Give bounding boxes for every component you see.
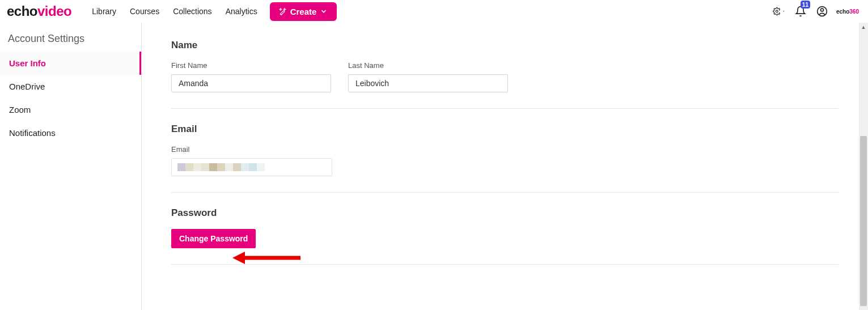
main-content: Name First Name Last Name Email Email	[142, 23, 868, 310]
svg-point-2	[820, 9, 823, 11]
email-label: Email	[171, 145, 839, 154]
sidebar-item-user-info[interactable]: User Info	[0, 52, 141, 75]
nav-collections[interactable]: Collections	[173, 7, 211, 16]
arrow-annotation-icon	[232, 249, 300, 266]
sidebar-item-zoom[interactable]: Zoom	[0, 98, 141, 121]
create-label: Create	[290, 7, 317, 16]
magic-wand-icon	[279, 7, 287, 15]
brand-logo[interactable]: echovideo	[7, 3, 71, 19]
divider	[171, 192, 839, 193]
password-heading: Password	[171, 207, 839, 219]
account-button[interactable]	[816, 5, 828, 18]
change-password-button[interactable]: Change Password	[171, 229, 256, 248]
brand-mini[interactable]: echo360	[836, 9, 859, 15]
user-circle-icon	[816, 6, 828, 17]
sidebar-item-onedrive[interactable]: OneDrive	[0, 75, 141, 98]
email-heading: Email	[171, 124, 839, 135]
scroll-up-icon[interactable]: ▲	[859, 23, 868, 32]
notifications-button[interactable]: 11	[794, 5, 807, 18]
chevron-down-icon	[320, 7, 328, 15]
first-name-input[interactable]	[171, 74, 331, 92]
nav-library[interactable]: Library	[92, 7, 116, 16]
gear-icon	[773, 6, 781, 16]
first-name-label: First Name	[171, 61, 331, 70]
name-heading: Name	[171, 40, 839, 51]
divider	[171, 108, 839, 109]
notification-badge: 11	[801, 1, 810, 9]
last-name-label: Last Name	[348, 61, 508, 70]
caret-down-icon	[782, 9, 785, 14]
last-name-input[interactable]	[348, 74, 508, 92]
email-input-redacted[interactable]	[171, 158, 332, 176]
scrollbar-thumb[interactable]	[860, 136, 867, 306]
brand-part2: video	[37, 3, 71, 19]
sidebar-title: Account Settings	[0, 26, 141, 52]
svg-marker-4	[232, 252, 245, 264]
brand-part1: echo	[7, 3, 37, 19]
nav-analytics[interactable]: Analytics	[226, 7, 257, 16]
sidebar-item-notifications[interactable]: Notifications	[0, 121, 141, 145]
nav-courses[interactable]: Courses	[130, 7, 159, 16]
svg-point-0	[776, 10, 778, 12]
create-button[interactable]: Create	[270, 2, 337, 21]
first-name-field-group: First Name	[171, 61, 331, 92]
top-header: echovideo Library Courses Collections An…	[0, 0, 868, 23]
scrollbar-track[interactable]: ▲	[859, 23, 868, 310]
last-name-field-group: Last Name	[348, 61, 508, 92]
settings-dropdown[interactable]	[773, 5, 785, 18]
settings-sidebar: Account Settings User Info OneDrive Zoom…	[0, 23, 142, 310]
